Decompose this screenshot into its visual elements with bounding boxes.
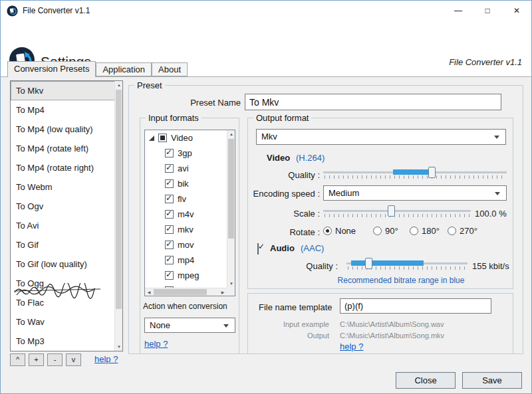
scroll-up-icon[interactable]: ▲ xyxy=(115,81,123,89)
conversion-action-dropdown[interactable]: None xyxy=(144,318,235,333)
tree-row-format[interactable]: ✓avi xyxy=(145,161,235,176)
preset-item[interactable]: To Mp3 xyxy=(11,332,122,351)
scroll-down-icon[interactable]: ▼ xyxy=(115,343,123,351)
output-example-value: C:\Music\Artist\Album\Song.mkv xyxy=(340,332,444,340)
tree-horizontal-scrollbar[interactable]: ◀ ▶ xyxy=(145,288,227,296)
file-name-template-input[interactable] xyxy=(340,298,491,314)
encoding-speed-label: Encoding speed : xyxy=(248,189,320,199)
move-preset-up-button[interactable]: ^ xyxy=(10,353,25,366)
slider-thumb[interactable] xyxy=(428,167,436,178)
conversion-action-label: Action when conversion xyxy=(143,302,237,311)
tree-row-format[interactable]: ✓mpeg xyxy=(145,268,235,283)
format-checkbox[interactable]: ✓ xyxy=(165,256,174,264)
format-checkbox[interactable]: ✓ xyxy=(165,179,174,188)
preset-item[interactable]: To Mp4 xyxy=(11,100,122,120)
preset-item[interactable]: To Webm xyxy=(11,177,122,197)
scroll-left-icon[interactable]: ◀ xyxy=(145,288,153,296)
preset-groupbox: Preset Preset Name Input formats Video ✓… xyxy=(128,85,523,354)
add-preset-button[interactable]: + xyxy=(29,353,44,366)
format-checkbox[interactable]: ✓ xyxy=(165,225,174,234)
rotate-option-270[interactable]: 270° xyxy=(448,226,477,236)
preset-group-label: Preset xyxy=(134,80,165,90)
video-codec-label: (H.264) xyxy=(296,153,325,163)
close-button[interactable]: Close xyxy=(396,372,456,389)
radio-icon xyxy=(323,227,332,235)
scrollbar-thumb[interactable] xyxy=(154,289,207,295)
tree-row-format[interactable]: ✓bik xyxy=(145,176,235,191)
format-checkbox[interactable]: ✓ xyxy=(165,271,174,280)
rotate-option-90[interactable]: 90° xyxy=(373,226,398,236)
preset-item[interactable]: To Avi xyxy=(11,216,122,235)
scale-label: Scale : xyxy=(248,209,320,219)
preset-list-scrollbar[interactable]: ▲ ▼ xyxy=(114,81,122,351)
output-container-dropdown[interactable]: Mkv xyxy=(256,129,506,145)
input-formats-label: Input formats xyxy=(146,113,201,123)
format-label: mov xyxy=(178,240,194,250)
audio-enabled-checkbox[interactable]: ✓ xyxy=(257,243,259,254)
slider-thumb[interactable] xyxy=(388,205,395,217)
rotate-option-none[interactable]: None xyxy=(323,226,356,236)
presets-help-link[interactable]: help ? xyxy=(94,354,118,364)
scale-slider[interactable] xyxy=(323,205,471,219)
preset-item[interactable]: To Mp4 (rotate left) xyxy=(11,139,122,158)
preset-item[interactable]: To Wav xyxy=(11,312,122,332)
audio-quality-slider[interactable] xyxy=(346,257,467,272)
save-button[interactable]: Save xyxy=(462,372,522,389)
slider-ticks xyxy=(325,175,505,179)
move-preset-down-button[interactable]: v xyxy=(66,353,81,366)
audio-quality-label: Quality : xyxy=(266,261,338,271)
minimize-button[interactable]: — xyxy=(444,1,473,21)
encoding-speed-dropdown[interactable]: Medium xyxy=(323,185,507,201)
slider-thumb[interactable] xyxy=(365,258,372,269)
tree-row-format[interactable]: ✓m4v xyxy=(145,207,235,222)
scrollbar-thumb[interactable] xyxy=(228,139,234,239)
scroll-down-icon[interactable]: ▼ xyxy=(227,280,235,288)
preset-item[interactable]: To Gif xyxy=(11,235,122,254)
radio-label: 180° xyxy=(422,226,440,236)
preset-item[interactable]: To Gif (low quality) xyxy=(11,254,122,274)
bitrate-note: Recommended bitrate range in blue xyxy=(321,276,481,285)
tree-row-format[interactable]: ✓3gp xyxy=(145,146,235,161)
app-icon xyxy=(7,5,18,17)
tab-application[interactable]: Application xyxy=(96,62,152,76)
preset-item[interactable]: To Mp4 (low quality) xyxy=(11,120,122,139)
slider-recommended-range xyxy=(351,260,424,266)
preset-item[interactable]: To Mp4 (rotate right) xyxy=(11,158,122,177)
format-checkbox[interactable]: ✓ xyxy=(165,149,174,157)
tab-conversion-presets[interactable]: Conversion Presets xyxy=(7,61,96,77)
video-category-checkbox[interactable] xyxy=(158,134,167,142)
maximize-button[interactable]: □ xyxy=(473,1,502,21)
scrollbar-thumb[interactable] xyxy=(116,90,122,309)
rotate-option-180[interactable]: 180° xyxy=(410,226,440,236)
remove-preset-button[interactable]: - xyxy=(47,353,63,366)
tree-row-format[interactable]: ✓mp4 xyxy=(145,252,235,268)
audio-section-label: Audio xyxy=(270,243,295,253)
file-converter-settings-window: File Converter v1.1 — □ ✕ Settings File … xyxy=(0,0,532,394)
scroll-right-icon[interactable]: ▶ xyxy=(219,288,227,296)
format-checkbox[interactable]: ✓ xyxy=(165,210,174,219)
tree-row-format[interactable]: ✓mkv xyxy=(145,222,235,237)
scroll-up-icon[interactable]: ▲ xyxy=(227,130,235,138)
preset-item[interactable]: To Ogv xyxy=(11,197,122,216)
tree-row-video[interactable]: Video xyxy=(145,130,235,146)
input-formats-tree: Video ✓3gp ✓avi ✓bik ✓flv ✓m4v ✓mkv ✓mov… xyxy=(144,130,235,296)
format-checkbox[interactable]: ✓ xyxy=(165,241,174,249)
window-title: File Converter v1.1 xyxy=(23,6,90,15)
radio-label: 90° xyxy=(385,226,398,236)
tree-row-format[interactable]: ✓flv xyxy=(145,191,235,207)
close-window-button[interactable]: ✕ xyxy=(502,1,531,21)
preset-item[interactable]: To Mkv xyxy=(11,81,122,100)
file-name-help-link[interactable]: help ? xyxy=(340,342,363,351)
slider-ticks xyxy=(325,214,469,217)
format-checkbox[interactable]: ✓ xyxy=(165,164,174,173)
format-checkbox[interactable]: ✓ xyxy=(165,195,174,203)
input-formats-help-link[interactable]: help ? xyxy=(144,339,168,349)
input-example-label: Input example xyxy=(259,320,329,328)
tab-about[interactable]: About xyxy=(152,62,188,76)
video-quality-slider[interactable] xyxy=(323,166,507,181)
tree-vertical-scrollbar[interactable]: ▲ ▼ xyxy=(227,130,235,288)
tree-row-format[interactable]: ✓mov xyxy=(145,237,235,252)
redaction-scribble xyxy=(13,283,103,299)
preset-name-input[interactable] xyxy=(245,94,501,110)
expander-expanded-icon[interactable] xyxy=(149,136,154,141)
